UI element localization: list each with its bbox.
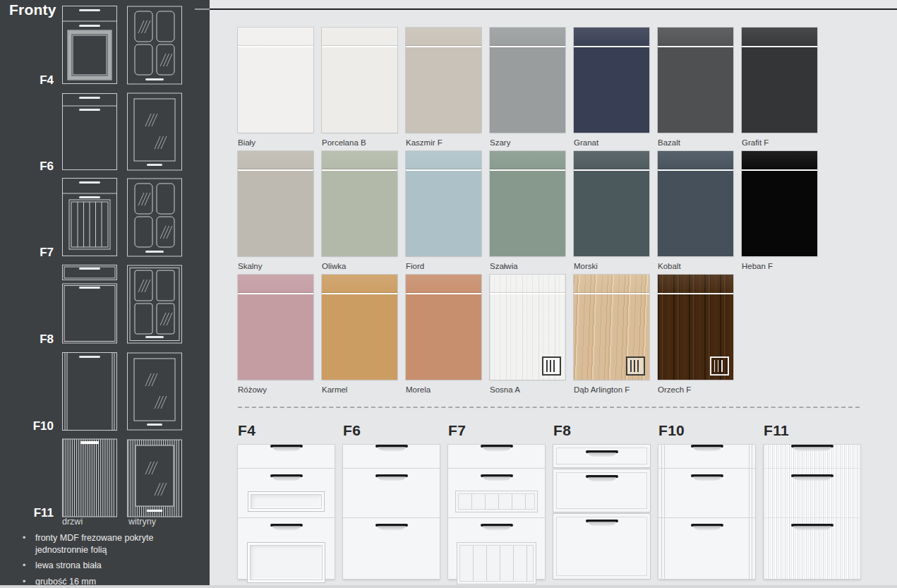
top-rule-tick: [195, 8, 210, 10]
swatch-name: Grafit F: [742, 138, 817, 147]
swatch-top-band: [658, 151, 733, 169]
vitrine-drawing-f4: [127, 6, 182, 85]
main-area: BiałyPorcelana BKaszmir FSzaryGranatBaza…: [210, 0, 897, 588]
sidebar: Fronty F4 F6 F7: [0, 0, 210, 585]
swatch-gap-line: [322, 293, 397, 294]
swatch-szałwia: [490, 151, 565, 256]
drawer-front: [553, 514, 650, 579]
swatch-gap-line: [322, 46, 397, 47]
swatch-gap-line: [742, 46, 817, 47]
door-drawing-f8: [62, 265, 117, 344]
swatch-name: Dąb Arlington F: [574, 385, 649, 394]
handle-icon: [791, 445, 833, 448]
swatch-heban-f: [742, 151, 817, 256]
swatch-top-band: [238, 275, 313, 293]
material-note: lewa strona biała: [18, 560, 174, 572]
swatch-top-band: [574, 275, 649, 293]
preview-code-label: F11: [764, 422, 860, 439]
handle-icon: [791, 524, 833, 527]
vitrine-drawing-f6: [127, 92, 182, 171]
swatch-name: Kobalt: [658, 262, 733, 270]
handle-icon: [691, 474, 723, 477]
vitrine-drawing-f11: [127, 438, 182, 517]
swatch-cell: Fiord: [406, 151, 481, 275]
door-drawing-f4: [62, 6, 117, 85]
swatch-gap-line: [406, 46, 481, 47]
front-preview-f7: [448, 445, 545, 579]
swatch-grid: BiałyPorcelana BKaszmir FSzaryGranatBaza…: [238, 28, 817, 398]
drawer-front: [658, 474, 755, 518]
swatch-top-band: [322, 28, 397, 46]
preview-code-label: F7: [448, 422, 545, 439]
side-rail: [749, 445, 752, 579]
swatch-name: Heban F: [742, 262, 817, 270]
swatch-orzech-f: [658, 275, 733, 380]
front-row-f10: F10: [0, 352, 210, 431]
swatch-name: Morski: [574, 262, 649, 270]
swatch-name: Fiord: [406, 262, 481, 270]
front-code-label: F8: [0, 332, 54, 347]
swatch-cell: Kaszmir F: [406, 28, 481, 151]
preview-card-f8: F8: [553, 422, 650, 579]
side-rail: [661, 445, 665, 579]
swatch-name: Kaszmir F: [406, 138, 481, 147]
swatch-top-band: [742, 28, 817, 46]
handle-icon: [375, 445, 408, 448]
front-preview-f6: [343, 445, 440, 579]
swatch-kobalt: [658, 151, 733, 256]
swatch-fiord: [406, 151, 481, 256]
swatch-cell: Różowy: [238, 275, 313, 398]
swatch-top-band: [406, 151, 481, 169]
wood-grain-direction-icon: [542, 356, 561, 376]
swatch-name: Szary: [490, 138, 565, 147]
swatch-name: Porcelana B: [322, 138, 397, 147]
handle-icon: [586, 475, 618, 478]
drawer-front: [238, 524, 335, 588]
swatch-cell: Szary: [490, 28, 565, 151]
front-row-f8: F8: [0, 265, 210, 344]
front-code-label: F10: [0, 419, 54, 433]
front-preview-f11: [764, 445, 860, 579]
page-bottom-edge: [0, 585, 897, 588]
vitrine-drawing-f7: [127, 178, 182, 257]
swatch-top-band: [238, 151, 313, 169]
handle-icon: [586, 450, 618, 453]
swatch-name: Sosna A: [490, 385, 565, 394]
front-row-f4: F4: [0, 6, 210, 85]
swatch-name: Biały: [238, 138, 313, 147]
front-row-f6: F6: [0, 92, 210, 171]
swatch-gap-line: [490, 293, 565, 294]
handle-icon: [270, 445, 303, 448]
material-notes: fronty MDF frezowane pokryte jednostronn…: [18, 532, 174, 588]
vitrine-drawing-f8: [127, 265, 182, 344]
handle-icon: [791, 474, 833, 477]
swatch-gap-line: [238, 169, 313, 171]
swatch-top-band: [238, 28, 313, 46]
drawer-front: [553, 469, 650, 512]
swatch-name: Szałwia: [490, 262, 565, 270]
handle-icon: [481, 445, 513, 448]
swatch-top-band: [742, 151, 817, 169]
vitrine-drawing-f10: [127, 352, 182, 431]
swatch-top-band: [574, 151, 649, 169]
handle-icon: [691, 524, 723, 527]
front-row-f11: F11: [0, 438, 210, 517]
preview-code-label: F6: [343, 422, 440, 439]
swatch-cell: Skalny: [238, 151, 313, 275]
swatch-name: Różowy: [238, 385, 313, 394]
column-label-doors: drzwi: [62, 517, 83, 527]
swatch-cell: Granat: [574, 28, 649, 151]
drawer-front: [343, 474, 440, 518]
preview-card-f10: F10: [658, 422, 755, 579]
swatch-cell: Orzech F: [658, 275, 733, 398]
slat-panel: [457, 542, 536, 584]
front-code-label: F7: [0, 246, 54, 260]
dashed-divider: [238, 407, 860, 408]
swatch-morski: [574, 151, 649, 256]
handle-icon: [586, 520, 618, 522]
door-drawing-f11: [62, 438, 117, 517]
swatch-biały: [238, 28, 313, 133]
swatch-cell: Karmel: [322, 275, 397, 398]
swatch-cell: Oliwka: [322, 151, 397, 275]
drawer-front: [658, 524, 755, 588]
